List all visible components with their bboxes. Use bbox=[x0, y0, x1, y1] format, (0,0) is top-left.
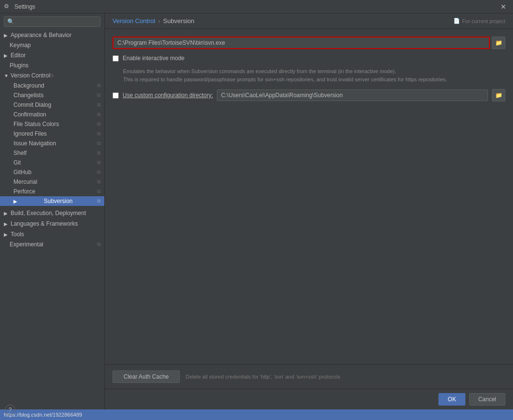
sidebar-item-build-execution[interactable]: ▶ Build, Execution, Deployment bbox=[0, 208, 104, 218]
sidebar-item-version-control[interactable]: ▼ Version Control ⧉ bbox=[0, 70, 104, 81]
sidebar-item-label: Issue Navigation bbox=[13, 140, 56, 147]
sidebar-item-git[interactable]: Git ⧉ bbox=[0, 158, 104, 167]
sidebar-item-mercurial[interactable]: Mercurial ⧉ bbox=[0, 177, 104, 187]
breadcrumb: Version Control › Subversion 📄 For curre… bbox=[105, 13, 513, 29]
sidebar-item-label: Mercurial bbox=[13, 178, 37, 185]
sidebar-item-label: Confirmation bbox=[13, 111, 46, 118]
sidebar-item-background[interactable]: Background ⧉ bbox=[0, 81, 104, 90]
sidebar-item-editor[interactable]: ▶ Editor bbox=[0, 50, 104, 61]
interactive-mode-label[interactable]: Enable interactive mode bbox=[123, 55, 185, 62]
expand-arrow-icon: ▶ bbox=[13, 199, 17, 204]
description-line1: Emulates the behavior when Subversion co… bbox=[123, 67, 505, 76]
breadcrumb-parent[interactable]: Version Control bbox=[113, 17, 155, 25]
title-bar: ⚙ Settings ✕ bbox=[0, 0, 513, 13]
copy-icon: ⧉ bbox=[97, 102, 100, 108]
help-button[interactable]: ? bbox=[5, 405, 15, 415]
copy-icon: ⧉ bbox=[97, 179, 100, 185]
sidebar-item-label: Shelf bbox=[13, 150, 26, 156]
sidebar-item-experimental[interactable]: Experimental ⧉ bbox=[0, 240, 104, 249]
ok-label: OK bbox=[448, 396, 456, 403]
sidebar-group-label: Languages & Frameworks bbox=[11, 220, 78, 227]
copy-icon: ⧉ bbox=[97, 83, 100, 89]
sidebar-group-label: Tools bbox=[11, 231, 24, 238]
project-icon: 📄 bbox=[453, 18, 460, 24]
copy-icon: ⧉ bbox=[97, 169, 100, 175]
sidebar-item-label: Changelists bbox=[13, 92, 44, 99]
config-browse-button[interactable]: 📁 bbox=[492, 89, 505, 102]
sidebar-item-label: GitHub bbox=[13, 169, 31, 176]
expand-arrow-icon: ▶ bbox=[4, 53, 9, 58]
copy-icon: ⧉ bbox=[97, 140, 100, 146]
clear-cache-label: Clear Auth Cache bbox=[124, 373, 169, 380]
main-container: ▶ Appearance & Behavior Keymap ▶ Editor … bbox=[0, 13, 513, 409]
sidebar-item-subversion[interactable]: ▶ Subversion ⧉ bbox=[0, 196, 104, 206]
copy-icon: ⧉ bbox=[97, 198, 100, 204]
window-title: Settings bbox=[14, 3, 498, 10]
sidebar-group-label: Appearance & Behavior bbox=[11, 32, 72, 38]
sidebar-item-label: Commit Dialog bbox=[13, 102, 51, 108]
interactive-mode-checkbox[interactable] bbox=[113, 55, 119, 62]
folder-icon: 📁 bbox=[495, 92, 502, 99]
sidebar-item-label: Keymap bbox=[10, 42, 31, 49]
sidebar-item-label: Subversion bbox=[44, 198, 73, 204]
sidebar-item-tools[interactable]: ▶ Tools bbox=[0, 229, 104, 240]
sidebar-group-label: Editor bbox=[11, 52, 25, 59]
sidebar-item-label: Plugins bbox=[10, 62, 28, 69]
sidebar-item-commit-dialog[interactable]: Commit Dialog ⧉ bbox=[0, 100, 104, 110]
sidebar-item-perforce[interactable]: Perforce ⧉ bbox=[0, 187, 104, 196]
cancel-button[interactable]: Cancel bbox=[469, 393, 505, 406]
sidebar: ▶ Appearance & Behavior Keymap ▶ Editor … bbox=[0, 13, 105, 409]
help-area: ? bbox=[5, 405, 15, 415]
sidebar-item-label: Background bbox=[13, 82, 44, 89]
sidebar-item-shelf[interactable]: Shelf ⧉ bbox=[0, 148, 104, 158]
expand-arrow-icon: ▶ bbox=[4, 33, 9, 38]
sidebar-item-label: File Status Colors bbox=[13, 121, 59, 127]
content-area: Version Control › Subversion 📄 For curre… bbox=[105, 13, 513, 409]
copy-icon: ⧉ bbox=[97, 92, 100, 98]
expand-arrow-icon: ▶ bbox=[4, 211, 9, 216]
sidebar-item-github[interactable]: GitHub ⧉ bbox=[0, 167, 104, 177]
expand-arrow-icon: ▶ bbox=[4, 232, 9, 237]
custom-config-row: Use custom configuration directory: 📁 bbox=[113, 89, 505, 102]
svn-path-input[interactable] bbox=[113, 37, 490, 49]
sidebar-item-file-status-colors[interactable]: File Status Colors ⧉ bbox=[0, 119, 104, 129]
custom-config-checkbox[interactable] bbox=[113, 92, 119, 99]
folder-icon: 📁 bbox=[495, 39, 502, 46]
custom-config-label[interactable]: Use custom configuration directory: bbox=[123, 92, 213, 99]
sidebar-item-appearance-behavior[interactable]: ▶ Appearance & Behavior bbox=[0, 30, 104, 40]
cancel-label: Cancel bbox=[478, 396, 496, 403]
copy-icon: ⧉ bbox=[97, 242, 100, 247]
sidebar-group-label: Version Control bbox=[11, 72, 50, 79]
status-bar: https://blog.csdn.net/1922866489 bbox=[0, 409, 513, 420]
sidebar-item-issue-navigation[interactable]: Issue Navigation ⧉ bbox=[0, 139, 104, 148]
search-input[interactable] bbox=[4, 16, 100, 27]
status-url: https://blog.csdn.net/1922866489 bbox=[4, 412, 82, 418]
sidebar-item-confirmation[interactable]: Confirmation ⧉ bbox=[0, 110, 104, 119]
clear-auth-cache-button[interactable]: Clear Auth Cache bbox=[113, 370, 180, 383]
settings-icon: ⚙ bbox=[4, 3, 12, 11]
project-scope[interactable]: 📄 For current project bbox=[453, 18, 505, 24]
expand-arrow-icon: ▼ bbox=[4, 73, 9, 78]
copy-icon: ⧉ bbox=[97, 150, 100, 156]
copy-icon: ⧉ bbox=[97, 131, 100, 137]
copy-icon: ⧉ bbox=[97, 189, 100, 194]
sidebar-item-label: Ignored Files bbox=[13, 130, 47, 137]
sidebar-item-keymap[interactable]: Keymap bbox=[0, 40, 104, 50]
custom-config-input[interactable] bbox=[217, 89, 488, 101]
svn-browse-button[interactable]: 📁 bbox=[492, 37, 505, 49]
custom-config-label-text: Use custom configuration directory: bbox=[123, 92, 213, 99]
interactive-mode-row: Enable interactive mode bbox=[113, 55, 505, 62]
sidebar-group-label: Build, Execution, Deployment bbox=[11, 210, 86, 216]
bottom-bar: Clear Auth Cache Delete all stored crede… bbox=[105, 364, 513, 389]
sidebar-item-languages-frameworks[interactable]: ▶ Languages & Frameworks bbox=[0, 218, 104, 229]
sidebar-item-plugins[interactable]: Plugins bbox=[0, 61, 104, 70]
breadcrumb-separator: › bbox=[158, 17, 160, 25]
project-label: For current project bbox=[462, 18, 505, 24]
sidebar-item-ignored-files[interactable]: Ignored Files ⧉ bbox=[0, 129, 104, 139]
sidebar-item-label: Experimental bbox=[10, 241, 43, 248]
sidebar-item-changelists[interactable]: Changelists ⧉ bbox=[0, 90, 104, 100]
close-button[interactable]: ✕ bbox=[498, 2, 509, 12]
description-line2: This is required to handle password/pass… bbox=[123, 76, 505, 84]
settings-panel: 📁 Enable interactive mode Emulates the b… bbox=[105, 29, 513, 364]
ok-button[interactable]: OK bbox=[438, 393, 465, 406]
